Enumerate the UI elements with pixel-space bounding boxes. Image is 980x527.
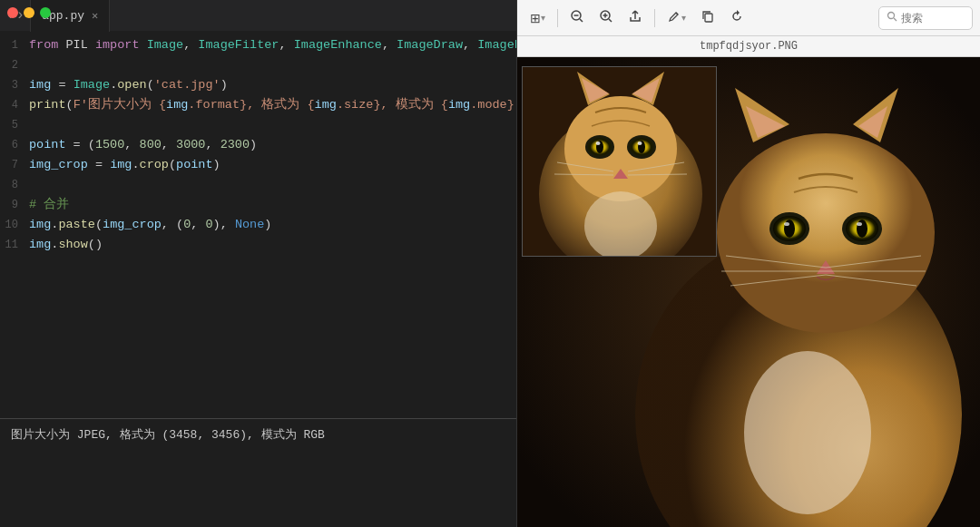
terminal-output: 图片大小为 JPEG, 格式为 (3458, 3456), 模式为 RGB xyxy=(11,426,505,444)
svg-point-19 xyxy=(784,220,795,238)
code-line-8: 8 xyxy=(0,175,516,195)
cat-crop-svg xyxy=(523,67,717,257)
code-line-5: 5 xyxy=(0,115,516,135)
dropdown-icon: ▾ xyxy=(541,13,545,23)
svg-line-2 xyxy=(580,19,583,22)
code-line-1: 1 from PIL import Image, ImageFilter, Im… xyxy=(0,35,516,55)
tab-bar: ‹› app.py ✕ xyxy=(0,0,516,32)
image-toolbar: ⊞ ▾ xyxy=(517,0,980,36)
image-viewer-panel: ⊞ ▾ xyxy=(517,0,980,527)
code-line-9: 9 # 合并 xyxy=(0,195,516,215)
zoom-in-icon xyxy=(599,9,613,26)
svg-point-43 xyxy=(596,142,601,145)
toolbar-divider-1 xyxy=(557,9,558,27)
svg-line-6 xyxy=(609,19,612,22)
code-line-10: 10 img.paste(img_crop, (0, 0), None) xyxy=(0,215,516,235)
svg-line-9 xyxy=(894,18,897,21)
cat-crop-image xyxy=(522,66,717,257)
sidebar-toggle-icon: ⊞ xyxy=(530,11,541,25)
svg-point-23 xyxy=(857,220,867,238)
code-line-4: 4 print(F'图片大小为 {img.format}, 格式为 {img.s… xyxy=(0,95,516,115)
svg-point-24 xyxy=(857,222,862,226)
annotate-dropdown-icon: ▾ xyxy=(681,13,686,23)
maximize-button[interactable] xyxy=(40,7,51,18)
svg-point-8 xyxy=(888,12,895,18)
share-button[interactable] xyxy=(622,5,648,30)
copy-button[interactable] xyxy=(695,5,720,30)
minimize-button[interactable] xyxy=(24,7,34,18)
code-line-2: 2 xyxy=(0,55,516,75)
svg-point-35 xyxy=(564,96,677,201)
close-button[interactable] xyxy=(7,7,18,18)
search-box[interactable] xyxy=(878,6,973,30)
zoom-in-button[interactable] xyxy=(593,5,619,30)
terminal-area: 图片大小为 JPEG, 格式为 (3458, 3456), 模式为 RGB xyxy=(0,418,516,527)
code-editor-container[interactable]: 1 from PIL import Image, ImageFilter, Im… xyxy=(0,32,516,418)
copy-icon xyxy=(701,9,715,26)
tab-close-icon[interactable]: ✕ xyxy=(92,9,98,23)
annotate-icon xyxy=(667,9,681,26)
code-line-6: 6 point = (1500, 800, 3000, 2300) xyxy=(0,135,516,155)
svg-point-47 xyxy=(638,142,642,145)
svg-point-12 xyxy=(717,133,935,333)
code-line-7: 7 img_crop = img.crop(point) xyxy=(0,155,516,175)
rotate-button[interactable] xyxy=(724,5,750,30)
toolbar-divider-2 xyxy=(654,9,655,27)
code-line-11: 11 img.show() xyxy=(0,235,516,255)
rotate-icon xyxy=(730,9,744,26)
annotate-button[interactable]: ▾ xyxy=(662,5,691,30)
mac-window-controls xyxy=(7,7,51,18)
image-viewport[interactable] xyxy=(517,57,980,527)
svg-point-32 xyxy=(744,351,871,514)
code-line-3: 3 img = Image.open('cat.jpg') xyxy=(0,75,516,95)
svg-rect-7 xyxy=(705,14,712,22)
zoom-out-button[interactable] xyxy=(564,5,590,30)
image-title-bar: tmpfqdjsyor.PNG xyxy=(517,36,980,57)
code-area[interactable]: 1 from PIL import Image, ImageFilter, Im… xyxy=(0,32,516,259)
search-icon xyxy=(887,11,897,25)
search-input[interactable] xyxy=(901,12,965,24)
sidebar-toggle-button[interactable]: ⊞ ▾ xyxy=(524,7,551,29)
svg-point-20 xyxy=(784,222,789,226)
image-title: tmpfqdjsyor.PNG xyxy=(700,40,798,53)
editor-panel: ‹› app.py ✕ 1 from PIL import Image, Ima… xyxy=(0,0,517,527)
zoom-out-icon xyxy=(570,9,584,26)
share-icon xyxy=(628,9,642,26)
